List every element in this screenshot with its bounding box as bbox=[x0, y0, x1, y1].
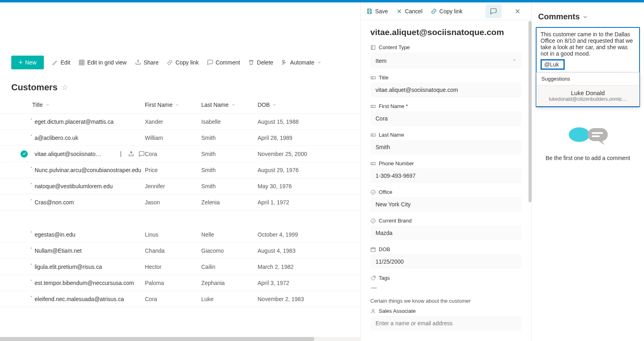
row-title-text: Nullam@Etiam.net bbox=[35, 247, 82, 254]
table-row[interactable]: eleifend.nec.malesuada@atrisus.caCoraLuk… bbox=[0, 291, 360, 307]
last-name-input[interactable] bbox=[370, 139, 522, 155]
column-header-title[interactable]: Title bbox=[32, 102, 145, 108]
row-first-name-cell: William bbox=[145, 135, 201, 141]
row-last-name-cell: Cailin bbox=[201, 264, 258, 270]
command-bar: + New Edit Edit in grid view Share Copy … bbox=[0, 54, 360, 71]
field-first-name: First Name * bbox=[370, 103, 522, 126]
row-title-cell[interactable]: ligula.elit.pretium@risus.ca bbox=[32, 264, 145, 270]
table-row[interactable]: egestas@in.eduLinusNelleOctober 4, 1999 bbox=[0, 227, 360, 243]
delete-button[interactable]: Delete bbox=[248, 59, 273, 66]
row-title-text: eget.dictum.placerat@mattis.ca bbox=[35, 119, 114, 125]
dob-input[interactable] bbox=[370, 254, 522, 269]
chevron-down-icon bbox=[45, 102, 50, 107]
office-input[interactable] bbox=[370, 197, 522, 212]
field-dob: DOB bbox=[370, 246, 522, 269]
row-title-cell[interactable]: Nunc.pulvinar.arcu@conubianostraper.edu bbox=[32, 167, 145, 173]
table-row[interactable]: Nullam@Etiam.netChandaGiacomoAugust 4, 1… bbox=[0, 243, 360, 259]
field-title: Title bbox=[370, 75, 522, 98]
comment-icon[interactable] bbox=[138, 151, 145, 157]
row-title-cell[interactable]: vitae.aliquet@sociisnato… bbox=[32, 151, 145, 157]
col-title-label: Title bbox=[32, 102, 43, 108]
row-title-text: a@aclibero.co.uk bbox=[35, 135, 78, 141]
title-input[interactable] bbox=[370, 82, 522, 98]
row-title-cell[interactable]: est.tempor.bibendum@neccursusa.com bbox=[32, 280, 145, 286]
comment-button[interactable]: Comment bbox=[207, 59, 240, 66]
automate-button[interactable]: Automate bbox=[281, 59, 322, 66]
content-type-label: Content Type bbox=[379, 44, 410, 50]
svg-rect-8 bbox=[371, 162, 376, 165]
comments-heading[interactable]: Comments bbox=[532, 2, 644, 27]
row-first-name-cell: Chanda bbox=[145, 247, 201, 254]
brand-input[interactable] bbox=[370, 225, 522, 241]
row-last-name-cell: Isabelle bbox=[201, 119, 258, 125]
row-dob-cell: October 4, 1999 bbox=[258, 231, 349, 238]
field-content-type: Content Type Item bbox=[370, 44, 522, 69]
row-first-name-cell: Jennifer bbox=[145, 183, 201, 189]
svg-point-13 bbox=[372, 309, 374, 311]
svg-rect-11 bbox=[371, 247, 376, 251]
column-header-first-name[interactable]: First Name bbox=[145, 102, 201, 108]
phone-input[interactable] bbox=[370, 168, 522, 183]
cancel-button[interactable]: Cancel bbox=[396, 8, 423, 15]
share-icon[interactable] bbox=[128, 151, 134, 157]
row-title-cell[interactable]: egestas@in.edu bbox=[32, 231, 145, 238]
column-header-last-name[interactable]: Last Name bbox=[201, 102, 258, 108]
row-last-name-cell: Luke bbox=[201, 296, 258, 302]
svg-point-10 bbox=[371, 218, 376, 223]
table-row[interactable]: eget.dictum.placerat@mattis.caXanderIsab… bbox=[0, 114, 360, 130]
table-row[interactable]: ligula.elit.pretium@risus.caHectorCailin… bbox=[0, 259, 360, 275]
new-button[interactable]: + New bbox=[11, 56, 44, 69]
field-tags: Tags — bbox=[370, 275, 522, 292]
row-dob-cell: November 2, 1983 bbox=[258, 296, 349, 302]
list-surface: + New Edit Edit in grid view Share Copy … bbox=[0, 2, 360, 341]
list-title: Customers bbox=[11, 82, 58, 93]
field-sales-associate: Sales Associate bbox=[370, 308, 522, 331]
row-title-cell[interactable]: Nullam@Etiam.net bbox=[32, 247, 145, 254]
row-title-text: Cras@non.com bbox=[35, 199, 74, 206]
comment-icon bbox=[207, 59, 213, 66]
comment-editor[interactable]: This customer came in to the Dallas Offi… bbox=[536, 27, 640, 107]
row-title-cell[interactable]: eleifend.nec.malesuada@atrisus.ca bbox=[32, 296, 145, 302]
copy-link-button[interactable]: Copy link bbox=[167, 59, 199, 66]
pane-scrollbar[interactable] bbox=[528, 21, 532, 202]
edit-grid-button[interactable]: Edit in grid view bbox=[78, 59, 127, 66]
row-title-cell[interactable]: natoque@vestibulumlorem.edu bbox=[32, 183, 145, 189]
copy-link-pane-button[interactable]: Copy link bbox=[431, 8, 463, 15]
horizontal-scrollbar[interactable] bbox=[0, 337, 360, 341]
comments-empty-state: Be the first one to add a comment bbox=[532, 107, 644, 161]
edit-button[interactable]: Edit bbox=[52, 59, 70, 66]
row-title-text: egestas@in.edu bbox=[35, 231, 75, 238]
save-button[interactable]: Save bbox=[366, 8, 388, 15]
flow-icon bbox=[281, 59, 288, 66]
more-vertical-icon[interactable] bbox=[118, 151, 124, 157]
table-row[interactable]: a@aclibero.co.ukWilliamSmithApril 28, 19… bbox=[0, 130, 360, 146]
table-row[interactable]: vitae.aliquet@sociisnato…CoraSmithNovemb… bbox=[0, 146, 360, 162]
row-first-name-cell: Jason bbox=[145, 199, 201, 206]
comments-toggle-button[interactable] bbox=[485, 4, 502, 18]
table-row[interactable]: est.tempor.bibendum@neccursusa.comPaloma… bbox=[0, 275, 360, 291]
close-pane-button[interactable] bbox=[510, 4, 526, 18]
tags-value[interactable]: — bbox=[370, 283, 522, 292]
text-field-icon bbox=[370, 104, 376, 109]
favorite-star-icon[interactable]: ☆ bbox=[62, 83, 68, 92]
link-icon bbox=[431, 8, 437, 15]
row-title-cell[interactable]: a@aclibero.co.uk bbox=[32, 135, 145, 141]
row-title-cell[interactable]: Cras@non.com bbox=[32, 199, 145, 206]
trash-icon bbox=[248, 59, 254, 66]
suggestion-item[interactable]: Luke Donald lukedonald@citizenbuilders.o… bbox=[537, 85, 639, 106]
content-type-select[interactable]: Item bbox=[370, 52, 522, 69]
table-row[interactable]: Nunc.pulvinar.arcu@conubianostraper.eduP… bbox=[0, 162, 360, 178]
sales-associate-input[interactable] bbox=[370, 316, 522, 331]
row-last-name-cell: Smith bbox=[201, 151, 258, 157]
mention-input[interactable]: @Luk bbox=[541, 59, 565, 70]
table-row[interactable]: Cras@non.comJasonZeleniaApril 1, 1972 bbox=[0, 194, 360, 210]
choice-icon bbox=[370, 189, 376, 195]
share-button[interactable]: Share bbox=[135, 59, 159, 66]
table-row[interactable]: natoque@vestibulumlorem.eduJenniferSmith… bbox=[0, 178, 360, 194]
delete-label: Delete bbox=[257, 59, 273, 66]
row-title-text: natoque@vestibulumlorem.edu bbox=[35, 183, 113, 189]
column-header-dob[interactable]: DOB bbox=[258, 102, 349, 108]
cancel-label: Cancel bbox=[405, 8, 423, 15]
first-name-input[interactable] bbox=[370, 111, 522, 126]
row-title-cell[interactable]: eget.dictum.placerat@mattis.ca bbox=[32, 119, 145, 125]
